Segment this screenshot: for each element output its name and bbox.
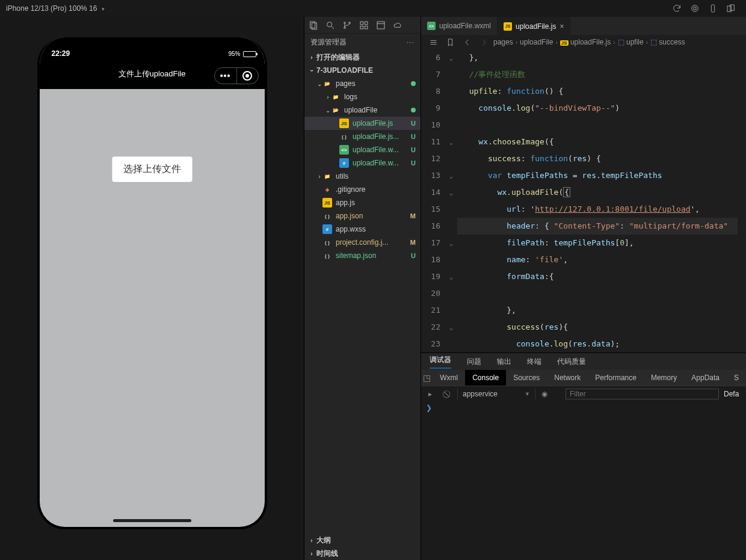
tree-item-label: pages — [336, 79, 356, 88]
extensions-icon[interactable] — [359, 20, 369, 31]
close-icon[interactable]: × — [560, 22, 564, 31]
branch-icon[interactable] — [342, 20, 353, 31]
tree-item[interactable]: ›📁logs — [304, 90, 421, 103]
devtools-group-tab[interactable]: 问题 — [467, 357, 481, 367]
search-icon[interactable] — [325, 20, 336, 31]
play-icon[interactable]: ▸ — [421, 386, 439, 402]
code-content[interactable]: }, //事件处理函数 upfile: function() { console… — [457, 49, 746, 352]
device-icon[interactable] — [704, 0, 722, 17]
tree-item[interactable]: { }sitemap.jsonU — [304, 249, 421, 262]
files-icon[interactable] — [308, 20, 319, 31]
devtools-inner-tab[interactable]: Network — [547, 370, 588, 386]
code-line[interactable]: }, — [457, 49, 746, 66]
log-levels-label[interactable]: Defa — [724, 390, 739, 398]
tree-item[interactable]: ›📁utils — [304, 170, 421, 183]
multi-window-icon[interactable] — [722, 0, 740, 17]
code-line[interactable]: url: 'http://127.0.0.1:8001/file/upload'… — [457, 201, 746, 218]
tree-item-label: uploadFile.w... — [353, 146, 399, 154]
code-line[interactable]: filePath: tempFilePaths[0], — [457, 235, 746, 251]
tree-item[interactable]: #uploadFile.w...U — [304, 156, 421, 170]
devtools-inner-tab[interactable]: Memory — [644, 370, 684, 386]
devtools-group-tab[interactable]: 代码质量 — [557, 357, 586, 367]
tree-item[interactable]: { }project.config.j...M — [304, 236, 421, 249]
code-line[interactable]: var tempFilePaths = res.tempFilePaths — [457, 167, 746, 184]
console-body[interactable]: ❯ — [421, 401, 746, 560]
stop-icon[interactable] — [686, 0, 704, 17]
devtools-group-tab[interactable]: 输出 — [497, 357, 511, 367]
bookmark-icon[interactable] — [443, 35, 457, 49]
tree-item[interactable]: <>uploadFile.w...U — [304, 143, 421, 156]
tree-item[interactable]: ⌄📂uploadFile — [304, 103, 421, 117]
devtools-group-tab[interactable]: 终端 — [527, 357, 541, 367]
tree-item[interactable]: JSuploadFile.jsU — [304, 117, 421, 130]
capsule-menu-button[interactable]: ••• — [215, 68, 236, 84]
code-line[interactable]: }, — [457, 302, 746, 319]
code-line[interactable]: //事件处理函数 — [457, 66, 746, 83]
fold-icon[interactable]: ⌄ — [449, 139, 453, 146]
breadcrumb-item[interactable]: JS uploadFile.js — [560, 38, 611, 46]
breadcrumb-item[interactable]: pages — [493, 38, 513, 46]
svg-rect-1 — [694, 7, 696, 10]
refresh-icon[interactable] — [668, 0, 686, 17]
chevron-down-icon: ▼ — [525, 391, 530, 397]
svg-rect-15 — [365, 26, 368, 29]
forward-icon[interactable] — [476, 35, 491, 49]
devtools-inner-tab[interactable]: Wxml — [433, 370, 465, 386]
open-editors-section[interactable]: › 打开的编辑器 — [304, 51, 421, 64]
editor-scrollbar[interactable] — [738, 49, 746, 352]
code-editor[interactable]: 6789101112131415161718192021222324 ⌄⌄⌄⌄⌄… — [421, 49, 746, 352]
devtools-inner-tab[interactable]: Console — [465, 370, 506, 386]
tree-item[interactable]: { }uploadFile.js...U — [304, 130, 421, 143]
devtools-group-tab[interactable]: 调试器 — [430, 355, 451, 369]
devtools-inner-tab[interactable]: Sources — [506, 370, 547, 386]
code-line[interactable] — [457, 285, 746, 302]
breadcrumb-item[interactable]: uploadFile — [520, 38, 553, 46]
clear-console-icon[interactable]: ⃠ — [439, 386, 457, 402]
capsule-close-button[interactable] — [236, 68, 258, 84]
tree-item[interactable]: ◆.gitignore — [304, 183, 421, 196]
code-line[interactable]: console.log("--bindViewTap--") — [457, 100, 746, 117]
list-icon[interactable] — [426, 35, 440, 49]
code-line[interactable]: success(res){ — [457, 319, 746, 336]
console-filter-input[interactable] — [566, 389, 719, 399]
back-icon[interactable] — [460, 35, 474, 49]
code-line[interactable]: name: 'file', — [457, 251, 746, 268]
editor-tab[interactable]: <> uploadFile.wxml — [421, 17, 498, 35]
fold-icon[interactable]: ⌄ — [449, 240, 453, 247]
code-line[interactable]: wx.chooseImage({ — [457, 134, 746, 150]
fold-icon[interactable]: ⌄ — [449, 173, 453, 179]
tree-item[interactable]: #app.wxss — [304, 223, 421, 236]
fold-icon[interactable]: ⌄ — [449, 189, 453, 196]
tree-item[interactable]: ⌄📂pages — [304, 77, 421, 90]
outline-section[interactable]: › 大纲 — [304, 534, 421, 547]
devtools-inner-tab[interactable]: S — [727, 370, 746, 386]
editor-icon[interactable] — [375, 20, 386, 31]
cloud-icon[interactable] — [392, 20, 403, 31]
symbol-icon: ⬚ — [618, 38, 624, 46]
inspect-icon[interactable]: ◳ — [421, 373, 433, 383]
code-line[interactable]: formData:{ — [457, 268, 746, 285]
code-line[interactable] — [457, 117, 746, 134]
devtools-inner-tab[interactable]: AppData — [684, 370, 727, 386]
fold-icon[interactable]: ⌄ — [449, 274, 453, 280]
project-section[interactable]: › 7-3UPLOADFILE — [304, 64, 421, 77]
timeline-section[interactable]: › 时间线 — [304, 547, 421, 560]
tree-item[interactable]: { }app.jsonM — [304, 209, 421, 223]
eye-icon[interactable]: ◉ — [535, 386, 553, 402]
context-selector[interactable]: appservice▼ — [457, 388, 535, 400]
simulator-device-label[interactable]: iPhone 12/13 (Pro) 100% 16 ▾ — [6, 4, 105, 13]
devtools-inner-tab[interactable]: Performance — [588, 370, 644, 386]
breadcrumb-item[interactable]: ⬚ upfile — [618, 38, 644, 46]
code-line[interactable]: header: { "Content-Type": "multipart/for… — [457, 218, 746, 235]
breadcrumb-item[interactable]: ⬚ success — [650, 38, 685, 46]
choose-upload-file-button[interactable]: 选择上传文件 — [112, 156, 193, 182]
code-line[interactable]: success: function(res) { — [457, 150, 746, 167]
tree-item[interactable]: JSapp.js — [304, 196, 421, 209]
fold-icon[interactable]: ⌄ — [449, 324, 453, 331]
code-line[interactable]: upfile: function() { — [457, 83, 746, 100]
editor-tab[interactable]: JS uploadFile.js× — [498, 17, 570, 35]
fold-icon[interactable]: ⌄ — [449, 55, 453, 61]
code-line[interactable]: wx.uploadFile({ — [457, 184, 746, 201]
code-line[interactable]: console.log(res.data); — [457, 336, 746, 352]
more-icon[interactable]: ··· — [407, 38, 415, 46]
